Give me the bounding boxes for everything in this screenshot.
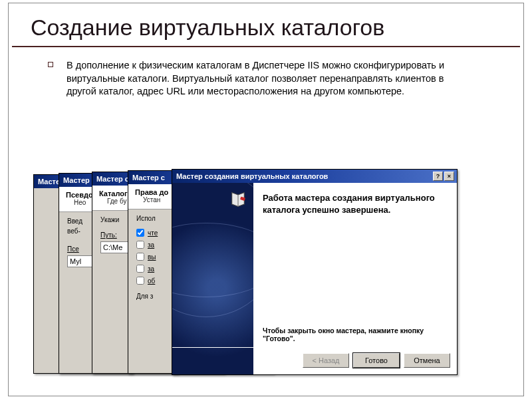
wizard-stack: Мастер с Мастер с Псевдони Нео Введ веб-… (33, 174, 499, 387)
slide-body: В дополнение к физическим каталогам в Ди… (66, 59, 452, 98)
slide-title: Создание виртуальных каталогов (0, 0, 532, 41)
closing-hint: Чтобы закрыть окно мастера, нажмите кноп… (263, 327, 448, 342)
cancel-button[interactable]: Отмена (404, 353, 450, 368)
perm-checkbox[interactable] (136, 253, 144, 261)
perm-checkbox[interactable] (136, 265, 144, 273)
perm-checkbox-read[interactable] (136, 229, 144, 237)
completion-message: Работа мастера создания виртуального кат… (263, 192, 448, 215)
finish-button[interactable]: Готово (353, 353, 400, 368)
wizard-side-graphic (172, 183, 253, 374)
slide-body-text: В дополнение к физическим каталогам в Ди… (66, 60, 444, 96)
bullet-icon (48, 62, 53, 67)
perm-checkbox[interactable] (136, 241, 144, 249)
back-button[interactable]: < Назад (303, 353, 349, 368)
wizard-window-final[interactable]: Мастер создания виртуальных каталогов ? … (172, 169, 458, 375)
perm-label: об (148, 277, 155, 285)
help-button[interactable]: ? (433, 172, 443, 181)
perm-label: чте (148, 229, 158, 237)
close-button[interactable]: × (444, 172, 454, 181)
titlebar-text: Мастер создания виртуальных каталогов (176, 172, 328, 180)
perm-label: за (148, 265, 154, 273)
book-icon (228, 190, 248, 209)
button-separator (172, 347, 457, 348)
titlebar-final[interactable]: Мастер создания виртуальных каталогов ? … (172, 170, 457, 183)
title-underline (12, 46, 520, 47)
wizard-final-panel: Работа мастера создания виртуального кат… (253, 183, 457, 374)
titlebar-text: Мастер с (63, 176, 96, 184)
perm-checkbox[interactable] (136, 277, 144, 285)
wizard-button-row: < Назад Готово Отмена (303, 353, 450, 368)
titlebar-text: Мастер с (132, 174, 165, 182)
perm-label: вы (148, 253, 156, 261)
titlebar-text: Мастер с (96, 175, 129, 183)
perm-label: за (148, 241, 154, 249)
